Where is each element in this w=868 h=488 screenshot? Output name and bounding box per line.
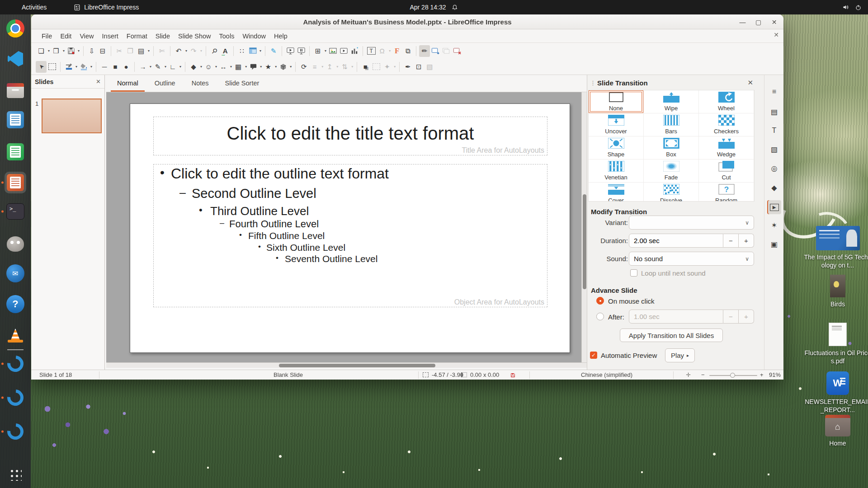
vertical-scrollbar[interactable] (581, 92, 587, 362)
sidebar-deck-gallery-icon[interactable]: ▧ (767, 142, 781, 156)
fill-color-dropdown-arrow[interactable]: ▾ (90, 65, 92, 69)
duration-increase-button[interactable]: + (739, 234, 754, 248)
menu-insert[interactable]: Insert (98, 31, 123, 41)
shadow-icon[interactable]: ■ (360, 61, 371, 73)
automatic-preview-checkbox[interactable]: ✓ (590, 352, 597, 359)
fit-slide-icon[interactable]: ✛ (686, 371, 691, 378)
connectors-icon[interactable]: ∟ (167, 61, 178, 73)
display-grid-icon[interactable]: ∷ (236, 45, 247, 57)
callouts-icon[interactable] (248, 61, 259, 73)
zoom-out-button[interactable]: − (701, 371, 705, 378)
desktop-icon-pdf-file[interactable]: Fluctuations in Oil Prices.pdf (804, 323, 868, 365)
horizontal-scrollbar-thumb[interactable] (279, 364, 435, 367)
zoom-slider[interactable] (709, 375, 757, 376)
transition-checkers[interactable]: Checkers (699, 113, 754, 136)
align-objects-dropdown-arrow[interactable]: ▾ (321, 65, 323, 69)
insert-text-box-icon[interactable]: T (366, 45, 377, 57)
transition-wedge[interactable]: Wedge (699, 136, 754, 160)
dock-app-ring-1-icon[interactable] (5, 353, 26, 375)
flowchart-dropdown-arrow[interactable]: ▾ (245, 65, 247, 69)
zoom-in-button[interactable]: + (760, 371, 764, 378)
clock-menu[interactable]: Apr 28 14:32 (410, 4, 458, 11)
outline-level-7[interactable]: Seventh Outline Level (285, 253, 377, 264)
dock-chrome-icon[interactable] (5, 18, 26, 39)
tab-normal[interactable]: Normal (111, 77, 145, 92)
new-document-icon[interactable]: ❏ (36, 45, 47, 57)
spelling-icon[interactable]: A (220, 45, 231, 57)
callouts-dropdown-arrow[interactable]: ▾ (260, 65, 262, 69)
glue-points-icon[interactable]: ⊡ (413, 61, 424, 73)
duration-value[interactable]: 2.00 sec (629, 234, 723, 248)
redo-dropdown-arrow[interactable]: ▾ (200, 49, 202, 53)
dock-app-ring-2-icon[interactable] (5, 387, 26, 408)
start-from-current-slide-icon[interactable] (296, 45, 307, 57)
title-placeholder-text[interactable]: Click to edit the title text format (154, 123, 547, 144)
dock-libreoffice-impress-icon[interactable] (5, 172, 26, 193)
sound-dropdown[interactable]: No sound ∨ (629, 252, 754, 266)
menu-file[interactable]: File (38, 31, 56, 41)
new-document-dropdown-arrow[interactable]: ▾ (48, 49, 50, 53)
insert-table-icon[interactable]: ⊞ (312, 45, 323, 57)
sidebar-deck-properties-icon[interactable]: ▤ (767, 105, 781, 119)
outline-level-6[interactable]: Sixth Outline Level (266, 242, 345, 253)
fill-color-icon[interactable] (78, 61, 89, 73)
dock-thunderbird-icon[interactable]: ✉ (5, 263, 26, 284)
rotate-icon[interactable]: ⟳ (298, 61, 309, 73)
sidebar-deck-navigator-icon[interactable]: ◎ (767, 161, 781, 175)
flowchart-icon[interactable]: ▦ (233, 61, 244, 73)
open-dropdown-arrow[interactable]: ▾ (63, 49, 65, 53)
desktop-icon-home-folder[interactable]: ⌂Home (804, 417, 868, 447)
3d-objects-icon[interactable] (278, 61, 288, 73)
transition-wheel[interactable]: Wheel (699, 90, 754, 113)
transition-bars[interactable]: Bars (644, 113, 699, 136)
sidebar-deck-sidebar-settings-icon[interactable]: ≡ (767, 84, 781, 99)
close-button[interactable]: ✕ (770, 19, 778, 26)
transition-venetian[interactable]: Venetian (589, 160, 644, 183)
line-color-dropdown-arrow[interactable]: ▾ (75, 65, 77, 69)
find-replace-icon[interactable]: ⚲ (209, 45, 220, 57)
sidebar-deck-slide-transition-icon[interactable]: ▶ (767, 200, 781, 214)
lines-and-arrows-icon[interactable]: → (137, 61, 148, 73)
slides-panel-close-icon[interactable]: ✕ (96, 78, 101, 85)
menu-help[interactable]: Help (270, 31, 292, 41)
dock-vscode-icon[interactable] (5, 48, 26, 70)
after-radio[interactable] (596, 313, 604, 320)
curves-polygons-icon[interactable]: ✎ (152, 61, 163, 73)
outline-level-5[interactable]: Fifth Outline Level (248, 230, 325, 241)
insert-fontwork-icon[interactable]: F (392, 45, 402, 57)
duration-spinner[interactable]: 2.00 sec − + (629, 234, 754, 248)
symbol-shapes-dropdown-arrow[interactable]: ▾ (215, 65, 217, 69)
sidebar-deck-styles-icon[interactable]: T (767, 123, 781, 137)
dock-show-applications-icon[interactable] (5, 464, 26, 485)
horizontal-scrollbar[interactable] (106, 362, 587, 368)
sidebar-deck-shapes-icon[interactable]: ◆ (767, 181, 781, 195)
insert-hyperlink-icon[interactable]: ⧉ (402, 45, 413, 57)
basic-shapes-dropdown-arrow[interactable]: ▾ (200, 65, 202, 69)
window-titlebar[interactable]: Analysis of Meituan's Business Model.ppt… (31, 14, 783, 29)
sidebar-deck-animation-icon[interactable]: ✶ (767, 218, 781, 232)
dock-gimp-icon[interactable] (5, 233, 26, 255)
insert-media-icon[interactable] (338, 45, 349, 57)
undo-icon[interactable]: ↶ (173, 45, 184, 57)
duration-decrease-button[interactable]: − (723, 234, 739, 248)
insert-image-icon[interactable] (327, 45, 338, 57)
open-icon[interactable]: ❒ (51, 45, 61, 57)
block-arrows-icon[interactable]: ↔ (218, 61, 229, 73)
tab-slide-sorter[interactable]: Slide Sorter (219, 77, 266, 92)
stars-banners-dropdown-arrow[interactable]: ▾ (275, 65, 277, 69)
outline-level-2[interactable]: Second Outline Level (192, 186, 316, 201)
maximize-button[interactable]: ▢ (755, 19, 762, 26)
basic-shapes-icon[interactable]: ◆ (188, 61, 199, 73)
menu-tools[interactable]: Tools (215, 31, 239, 41)
insert-chart-icon[interactable] (349, 45, 360, 57)
symbol-shapes-icon[interactable]: ☺ (203, 61, 214, 73)
stars-banners-icon[interactable]: ★ (263, 61, 274, 73)
line-color-icon[interactable] (63, 61, 74, 73)
edit-points-icon[interactable]: ✒ (402, 61, 413, 73)
menu-slide-show[interactable]: Slide Show (174, 31, 215, 41)
undo-dropdown-arrow[interactable]: ▾ (185, 49, 187, 53)
save-icon[interactable] (66, 45, 76, 57)
display-views-icon[interactable] (247, 45, 258, 57)
panel-grip-icon[interactable]: ⋮ (590, 80, 595, 86)
language-status[interactable]: Chinese (simplified) (581, 371, 632, 378)
